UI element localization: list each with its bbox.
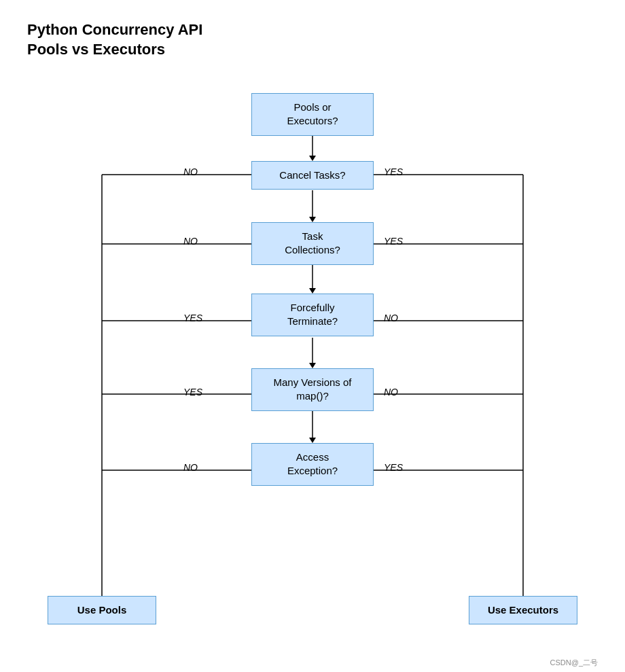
label-yes-forceful: YES bbox=[183, 313, 202, 323]
label-yes-access: YES bbox=[384, 462, 403, 473]
label-yes-cancel: YES bbox=[384, 166, 403, 177]
label-no-access: NO bbox=[183, 462, 198, 473]
node-forcefully-terminate: ForcefullyTerminate? bbox=[251, 294, 374, 336]
node-use-executors: Use Executors bbox=[469, 596, 577, 624]
svg-marker-23 bbox=[309, 438, 316, 443]
label-yes-many: YES bbox=[183, 387, 202, 397]
node-pools-or-executors: Pools orExecutors? bbox=[251, 93, 374, 136]
svg-marker-19 bbox=[309, 363, 316, 368]
page-title: Python Concurrency API Pools vs Executor… bbox=[27, 20, 598, 59]
label-no-task-coll: NO bbox=[183, 236, 198, 247]
node-cancel-tasks: Cancel Tasks? bbox=[251, 161, 374, 190]
svg-marker-15 bbox=[309, 288, 316, 294]
node-many-versions: Many Versions ofmap()? bbox=[251, 368, 374, 411]
svg-marker-11 bbox=[309, 217, 316, 222]
node-task-collections: TaskCollections? bbox=[251, 222, 374, 265]
label-no-forceful: NO bbox=[384, 313, 398, 323]
node-access-exception: AccessException? bbox=[251, 443, 374, 486]
svg-marker-1 bbox=[309, 156, 316, 161]
watermark: CSDN@_二号 bbox=[550, 658, 598, 668]
label-no-cancel: NO bbox=[183, 166, 198, 177]
label-no-many: NO bbox=[384, 387, 398, 397]
node-use-pools: Use Pools bbox=[48, 596, 156, 624]
label-yes-task-coll: YES bbox=[384, 236, 403, 247]
